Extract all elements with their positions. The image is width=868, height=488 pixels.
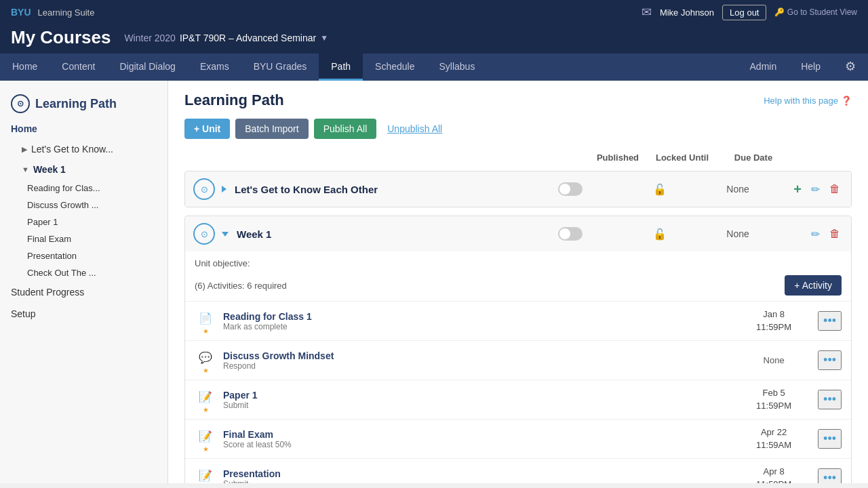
top-bar-right: ✉ Mike Johnson Log out 🔑 Go to Student V… (642, 5, 857, 20)
course-name-label: IP&T 790R – Advanced Seminar (180, 33, 316, 43)
activity-more-paper1[interactable]: ••• (818, 390, 842, 409)
activity-name-final-exam[interactable]: Final Exam (223, 429, 730, 440)
sidebar-item-reading[interactable]: Reading for Clas... (0, 180, 167, 197)
sidebar-week1-label: Week 1 (33, 164, 66, 175)
star-icon-reading: ★ (203, 327, 209, 335)
unit-toggle-week1[interactable] (558, 227, 619, 241)
sidebar-item-label: Let's Get to Know... (31, 144, 113, 155)
add-activity-button-top[interactable]: + Activity (785, 275, 842, 296)
activity-name-discuss[interactable]: Discuss Growth Mindset (223, 350, 730, 361)
unit-expand-icon (222, 232, 229, 237)
unit-title-lets-get-to-know[interactable]: Let's Get to Know Each Other (222, 184, 551, 195)
nav-admin[interactable]: Admin (738, 54, 789, 81)
sidebar-item-final-exam[interactable]: Final Exam (0, 230, 167, 247)
publish-all-button[interactable]: Publish All (314, 119, 377, 139)
unit-actions: + ✏ 🗑 (782, 180, 843, 199)
sidebar-item-check-out[interactable]: Check Out The ... (0, 264, 167, 281)
sidebar-item-discuss[interactable]: Discuss Growth ... (0, 197, 167, 214)
edit-unit-button[interactable]: ✏ (808, 182, 823, 197)
activity-more-reading[interactable]: ••• (818, 311, 842, 331)
edit-unit-week1-button[interactable]: ✏ (808, 226, 823, 242)
activities-count-row: (6) Activities: 6 required + Activity (185, 272, 851, 301)
question-icon: ❓ (841, 96, 852, 106)
logout-button[interactable]: Log out (722, 5, 766, 20)
activity-info-final-exam: Final Exam Score at least 50% (223, 429, 730, 449)
activity-date-paper1: Feb 511:59PM (736, 387, 811, 411)
course-dropdown-arrow[interactable]: ▼ (320, 33, 328, 43)
nav-help[interactable]: Help (789, 54, 833, 81)
nav-path[interactable]: Path (319, 54, 363, 81)
mail-icon[interactable]: ✉ (642, 5, 652, 20)
activity-paper1: 📝 ★ Paper 1 Submit Feb 511:59PM ••• (185, 380, 851, 419)
sidebar-item-student-progress[interactable]: Student Progress (0, 281, 167, 303)
delete-unit-week1-button[interactable]: 🗑 (827, 226, 843, 241)
unit-row-lets-get-to-know: ⊙ Let's Get to Know Each Other 🔓 None + … (184, 171, 852, 207)
presentation-icon: 📝 (195, 464, 216, 483)
unit-lock-icon-week1: 🔓 (626, 228, 694, 241)
sidebar-item-week1[interactable]: ▼ Week 1 (0, 159, 167, 180)
course-selector[interactable]: Winter 2020 IP&T 790R – Advanced Seminar… (124, 33, 328, 43)
help-link[interactable]: Help with this page ❓ (764, 96, 852, 106)
nav-gear-icon[interactable]: ⚙ (833, 54, 868, 81)
activity-more-presentation[interactable]: ••• (818, 468, 842, 483)
unit-objective-label: Unit objective: (195, 258, 250, 268)
sidebar-item-setup[interactable]: Setup (0, 303, 167, 325)
col-headers: Published Locked Until Due Date (184, 150, 852, 165)
nav-byu-grades[interactable]: BYU Grades (241, 54, 319, 81)
nav-content[interactable]: Content (50, 54, 107, 81)
sidebar-title-label: Learning Path (35, 97, 117, 111)
student-view-link[interactable]: 🔑 Go to Student View (774, 7, 857, 17)
page-title: Learning Path (184, 92, 284, 109)
unit-title-week1[interactable]: Week 1 (222, 228, 551, 240)
nav-exams[interactable]: Exams (188, 54, 241, 81)
nav-digital-dialog[interactable]: Digital Dialog (107, 54, 187, 81)
main-nav: Home Content Digital Dialog Exams BYU Gr… (0, 54, 868, 81)
add-unit-button[interactable]: + Unit (184, 119, 230, 139)
sidebar-item-home[interactable]: Home (0, 119, 167, 139)
semester-label: Winter 2020 (124, 33, 175, 43)
published-toggle-week1[interactable] (558, 227, 583, 241)
activity-reading-for-class: 📄 ★ Reading for Class 1 Mark as complete… (185, 301, 851, 340)
batch-import-button[interactable]: Batch Import (235, 119, 308, 139)
activity-icon-wrap-paper1: 📝 ★ (195, 386, 216, 413)
my-courses-title: My Courses (11, 27, 111, 48)
star-icon-discuss: ★ (203, 367, 209, 374)
activity-date-presentation: Apr 811:59PM (736, 466, 811, 483)
unpublish-all-button[interactable]: Unpublish All (382, 119, 448, 139)
activities-count-text: (6) Activities: 6 required (195, 281, 287, 291)
sidebar-item-lets-get-to-know[interactable]: ▶ Let's Get to Know... (0, 139, 167, 159)
sidebar-item-presentation[interactable]: Presentation (0, 247, 167, 264)
activity-more-discuss[interactable]: ••• (818, 350, 842, 370)
chevron-down-icon: ▼ (22, 165, 29, 174)
unit-header-week1: ⊙ Week 1 🔓 None ✏ 🗑 (185, 216, 851, 251)
chevron-right-icon: ▶ (22, 145, 27, 154)
activity-presentation: 📝 ★ Presentation Submit Apr 811:59PM ••• (185, 458, 851, 483)
add-to-unit-button[interactable]: + (791, 180, 804, 199)
activity-name-paper1[interactable]: Paper 1 (223, 390, 730, 401)
activity-icon-wrap-discuss: 💬 ★ (195, 346, 216, 374)
nav-schedule[interactable]: Schedule (363, 54, 427, 81)
activity-icon-wrap-final-exam: 📝 ★ (195, 425, 216, 453)
activity-sub-discuss: Respond (223, 361, 730, 371)
activity-name-reading[interactable]: Reading for Class 1 (223, 311, 730, 322)
activity-name-presentation[interactable]: Presentation (223, 468, 730, 479)
byu-logo: BYU (11, 7, 31, 18)
discuss-icon: 💬 (195, 346, 216, 368)
nav-home[interactable]: Home (0, 54, 50, 81)
col-header-published: Published (587, 152, 648, 163)
delete-unit-button[interactable]: 🗑 (827, 182, 843, 197)
nav-syllabus[interactable]: Syllabus (427, 54, 487, 81)
toolbar: + Unit Batch Import Publish All Unpublis… (184, 119, 852, 139)
activity-more-final-exam[interactable]: ••• (818, 429, 842, 449)
activity-sub-presentation: Submit (223, 479, 730, 484)
col-header-locked: Locked Until (648, 152, 716, 163)
unit-row-week1: ⊙ Week 1 🔓 None ✏ 🗑 Unit objective: (184, 216, 852, 483)
star-icon-paper1: ★ (203, 406, 209, 413)
activity-sub-reading: Mark as complete (223, 322, 730, 331)
sidebar-home-label: Home (11, 123, 37, 134)
sidebar-item-paper1[interactable]: Paper 1 (0, 214, 167, 230)
unit-toggle-lets-get-to-know[interactable] (558, 182, 619, 196)
sidebar: ⊙ Learning Path Home ▶ Let's Get to Know… (0, 81, 168, 483)
published-toggle[interactable] (558, 182, 583, 196)
top-bar-left: BYU Learning Suite (11, 7, 94, 18)
